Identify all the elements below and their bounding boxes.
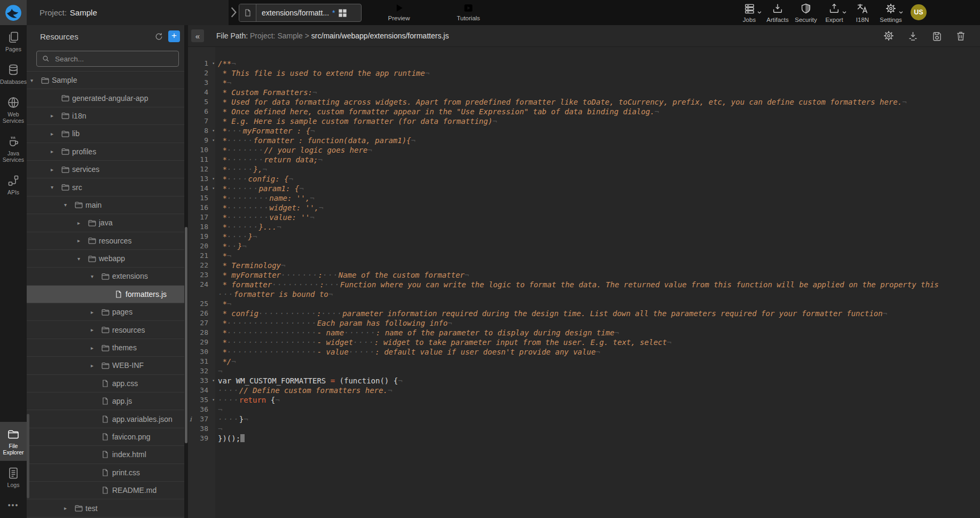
tree-expand-arrow-icon[interactable]: ▸ xyxy=(64,505,74,511)
code-line-29[interactable]: 29 *·················- widget····: widge… xyxy=(188,338,980,347)
code-line-12[interactable]: 12 *·····},¬ xyxy=(188,164,980,174)
code-line-13[interactable]: 13▾ *····config: {¬ xyxy=(188,174,980,184)
rail-item-java-services[interactable]: Java Services xyxy=(0,129,27,168)
code-line-19[interactable]: 19 *····}¬ xyxy=(188,232,980,241)
tree-file-app-variables-json[interactable]: app.variables.json xyxy=(27,410,184,428)
code-line-16[interactable]: 16 *········widget: '',¬ xyxy=(188,203,980,213)
code-line-34[interactable]: 34····// Define custom formatters here.¬ xyxy=(188,386,980,395)
code-line-38[interactable]: 38¬ xyxy=(188,424,980,434)
fold-arrow-icon[interactable]: ▾ xyxy=(212,376,215,386)
code-editor[interactable]: 1▾/**¬2 * This file is used to extend th… xyxy=(188,47,980,518)
code-line-26[interactable]: 26 * config···········:····parameter inf… xyxy=(188,309,980,318)
tree-file-app-js[interactable]: app.js xyxy=(27,393,184,410)
refresh-icon[interactable] xyxy=(152,30,165,43)
resources-search[interactable] xyxy=(36,51,179,67)
tree-expand-arrow-icon[interactable]: ▸ xyxy=(51,131,61,137)
code-line-2[interactable]: 2 * This file is used to extend the app … xyxy=(188,68,980,78)
rail-item-pages[interactable]: Pages xyxy=(0,25,27,58)
tree-folder-src[interactable]: ▾src xyxy=(27,178,184,196)
rail-more-button[interactable]: ••• xyxy=(0,493,27,518)
code-line-7[interactable]: 7 * E.g. Here is sample custom formatter… xyxy=(188,116,980,126)
tree-expand-arrow-icon[interactable]: ▸ xyxy=(91,309,101,315)
tree-folder-test[interactable]: ▸test xyxy=(27,499,184,517)
tree-expand-arrow-icon[interactable]: ▸ xyxy=(91,327,101,333)
code-line-31[interactable]: 31 */¬ xyxy=(188,357,980,366)
code-line-37[interactable]: i37····}¬ xyxy=(188,414,980,424)
topbar-action-security[interactable]: Security xyxy=(794,2,818,23)
topbar-action-preview[interactable]: Preview xyxy=(380,3,418,21)
code-line-11[interactable]: 11 *·······return data;¬ xyxy=(188,155,980,164)
fold-arrow-icon[interactable]: ▾ xyxy=(212,174,215,184)
topbar-action-export[interactable]: Export xyxy=(822,2,846,23)
tree-folder-extensions[interactable]: ▾extensions xyxy=(27,268,184,285)
collapse-panel-button[interactable]: « xyxy=(191,29,204,42)
code-line-14[interactable]: 14▾ *······param1: {¬ xyxy=(188,184,980,193)
rail-item-logs[interactable]: Logs xyxy=(0,461,27,493)
rail-item-databases[interactable]: Databases xyxy=(0,58,27,90)
editor-settings-button[interactable] xyxy=(882,29,895,42)
code-line-28[interactable]: 28 *·················- name······: name … xyxy=(188,328,980,338)
tree-expand-arrow-icon[interactable]: ▸ xyxy=(51,167,61,172)
rail-item-web-services[interactable]: Web Services xyxy=(0,90,27,129)
code-line-wrap[interactable]: ···formatter is bound to¬ xyxy=(188,289,980,299)
code-line-21[interactable]: 21 *¬ xyxy=(188,251,980,261)
tree-collapse-arrow-icon[interactable]: ▾ xyxy=(51,184,61,190)
code-line-33[interactable]: 33▾var WM_CUSTOM_FORMATTERS = (function(… xyxy=(188,376,980,386)
topbar-action-artifacts[interactable]: Artifacts xyxy=(766,2,789,23)
tree-file-formatters-js[interactable]: formatters.js xyxy=(27,286,184,303)
code-line-35[interactable]: 35▾····return {¬ xyxy=(188,395,980,405)
tree-collapse-arrow-icon[interactable]: ▾ xyxy=(91,273,101,279)
tree-folder-java[interactable]: ▸java xyxy=(27,214,184,232)
topbar-action-i18n[interactable]: I18N xyxy=(851,2,874,23)
app-logo[interactable] xyxy=(0,0,27,25)
tree-scrollbar-thumb[interactable] xyxy=(185,227,187,443)
tree-collapse-arrow-icon[interactable]: ▾ xyxy=(77,256,88,262)
tree-folder-web-inf[interactable]: ▸WEB-INF xyxy=(27,357,184,374)
code-line-27[interactable]: 27 *·················Each param has foll… xyxy=(188,318,980,328)
tree-expand-arrow-icon[interactable]: ▸ xyxy=(51,113,61,119)
tree-folder-resources[interactable]: ▸resources xyxy=(27,232,184,250)
tree-expand-arrow-icon[interactable]: ▸ xyxy=(91,345,101,351)
project-chevron-icon[interactable] xyxy=(229,6,238,18)
tree-folder-main[interactable]: ▾main xyxy=(27,197,184,214)
code-line-20[interactable]: 20 *··}¬ xyxy=(188,241,980,251)
code-line-4[interactable]: 4 * Custom Formatters:¬ xyxy=(188,88,980,97)
add-resource-button[interactable]: + xyxy=(168,30,180,42)
code-line-17[interactable]: 17 *········value: ''¬ xyxy=(188,213,980,222)
tree-folder-i18n[interactable]: ▸i18n xyxy=(27,107,184,125)
code-line-6[interactable]: 6 * Once defined here, custom formatter … xyxy=(188,107,980,116)
topbar-action-settings[interactable]: Settings xyxy=(879,2,903,23)
code-line-5[interactable]: 5 * Used for data formatting across widg… xyxy=(188,97,980,107)
tree-folder-sample[interactable]: ▾Sample xyxy=(27,72,184,89)
tree-folder-resources[interactable]: ▸resources xyxy=(27,321,184,339)
download-file-button[interactable] xyxy=(906,29,919,42)
fold-arrow-icon[interactable]: ▾ xyxy=(212,184,215,193)
code-line-22[interactable]: 22 * Terminology¬ xyxy=(188,261,980,270)
code-line-10[interactable]: 10 *·······// your logic goes here¬ xyxy=(188,145,980,155)
tree-folder-themes[interactable]: ▸themes xyxy=(27,339,184,357)
tree-expand-arrow-icon[interactable]: ▸ xyxy=(51,148,61,154)
tree-file-favicon-png[interactable]: favicon.png xyxy=(27,428,184,446)
tree-expand-arrow-icon[interactable]: ▸ xyxy=(77,238,88,244)
code-line-1[interactable]: 1▾/**¬ xyxy=(188,59,980,68)
fold-arrow-icon[interactable]: ▾ xyxy=(212,395,215,405)
code-line-8[interactable]: 8▾ *···myFormatter : {¬ xyxy=(188,126,980,136)
code-line-24[interactable]: 24 * formatter·········:···Function wher… xyxy=(188,280,980,289)
fold-arrow-icon[interactable]: ▾ xyxy=(212,136,215,145)
tab-grid-icon[interactable] xyxy=(338,8,348,18)
tree-expand-arrow-icon[interactable]: ▸ xyxy=(77,220,88,226)
topbar-action-jobs[interactable]: Jobs xyxy=(738,2,761,23)
code-line-3[interactable]: 3 *¬ xyxy=(188,78,980,88)
panel-left-scrollbar-thumb[interactable] xyxy=(27,414,29,498)
rail-item-file-explorer[interactable]: File Explorer xyxy=(0,422,27,461)
tree-expand-arrow-icon[interactable]: ▸ xyxy=(91,363,101,368)
tree-folder-profiles[interactable]: ▸profiles xyxy=(27,143,184,161)
fold-arrow-icon[interactable]: ▾ xyxy=(212,126,215,136)
tree-collapse-arrow-icon[interactable]: ▾ xyxy=(64,202,74,208)
topbar-action-tutorials[interactable]: Tutorials xyxy=(450,3,487,21)
tree-file-index-html[interactable]: index.html xyxy=(27,446,184,464)
code-line-39[interactable]: 39})(); xyxy=(188,434,980,443)
code-line-15[interactable]: 15 *········name: '',¬ xyxy=(188,193,980,203)
tree-folder-webapp[interactable]: ▾webapp xyxy=(27,250,184,268)
tree-folder-generated-angular-app[interactable]: generated-angular-app xyxy=(27,89,184,107)
